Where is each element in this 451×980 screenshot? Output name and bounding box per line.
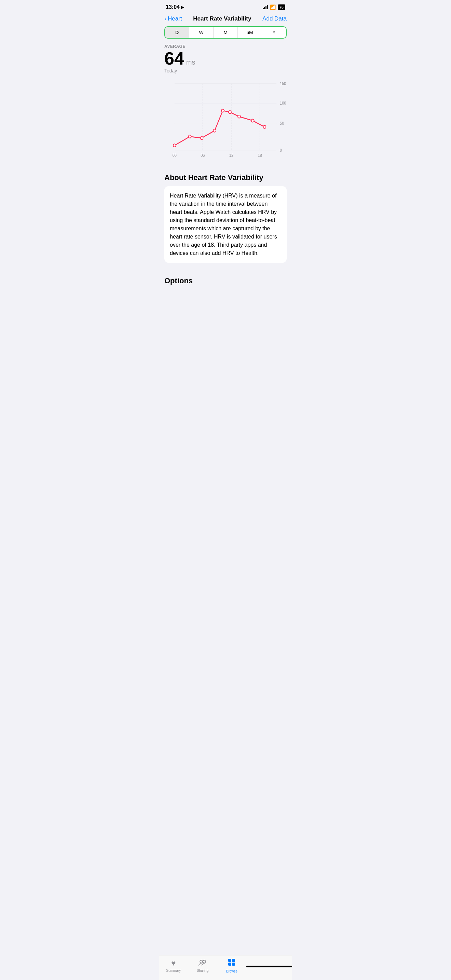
- svg-rect-0: [164, 76, 287, 165]
- svg-point-22: [238, 115, 241, 118]
- svg-point-21: [229, 111, 231, 114]
- time-range-week[interactable]: W: [189, 27, 214, 38]
- back-button[interactable]: ‹ Heart: [164, 15, 182, 22]
- add-data-button[interactable]: Add Data: [262, 15, 287, 22]
- status-icons: 📶 76: [263, 5, 285, 10]
- nav-header: ‹ Heart Heart Rate Variability Add Data: [159, 12, 292, 26]
- average-unit: ms: [186, 59, 195, 66]
- time-range-year[interactable]: Y: [262, 27, 286, 38]
- bottom-spacer: [159, 292, 292, 320]
- options-section: Options: [159, 268, 292, 292]
- chevron-left-icon: ‹: [164, 15, 167, 22]
- time-range-day[interactable]: D: [165, 27, 189, 38]
- back-label: Heart: [168, 15, 182, 22]
- svg-point-19: [213, 129, 216, 132]
- chart-section: AVERAGE 64 ms Today 150 100 50 0 00 06: [159, 44, 292, 165]
- svg-point-23: [251, 119, 254, 123]
- about-title: About Heart Rate Variability: [164, 173, 287, 182]
- svg-text:06: 06: [200, 153, 205, 158]
- about-card: Heart Rate Variability (HRV) is a measur…: [164, 186, 287, 263]
- average-number: 64: [164, 49, 184, 67]
- about-text: Heart Rate Variability (HRV) is a measur…: [170, 192, 281, 257]
- time-range-selector: D W M 6M Y: [164, 26, 287, 38]
- time-range-6month[interactable]: 6M: [238, 27, 262, 38]
- average-value: 64 ms: [164, 49, 287, 67]
- wifi-icon: 📶: [270, 5, 276, 10]
- battery-icon: 76: [278, 5, 285, 10]
- svg-text:18: 18: [257, 153, 262, 158]
- status-bar: 13:04 ▶ 📶 76: [159, 0, 292, 12]
- svg-text:50: 50: [280, 121, 284, 126]
- svg-text:00: 00: [173, 153, 177, 158]
- about-section: About Heart Rate Variability Heart Rate …: [159, 165, 292, 268]
- svg-text:0: 0: [280, 148, 282, 153]
- chart-wrapper: 150 100 50 0 00 06 12 18: [164, 76, 287, 165]
- svg-text:150: 150: [280, 82, 286, 86]
- time-range-container: D W M 6M Y: [159, 26, 292, 44]
- svg-text:100: 100: [280, 101, 286, 106]
- options-title: Options: [164, 277, 287, 285]
- status-time: 13:04: [166, 4, 180, 10]
- svg-point-24: [263, 126, 266, 129]
- hrv-chart: 150 100 50 0 00 06 12 18: [164, 76, 287, 165]
- svg-text:12: 12: [229, 153, 233, 158]
- signal-bars-icon: [263, 5, 268, 9]
- page-title: Heart Rate Variability: [193, 15, 251, 22]
- svg-point-20: [221, 109, 224, 112]
- svg-point-18: [200, 137, 203, 140]
- location-icon: ▶: [181, 5, 184, 10]
- svg-point-17: [189, 135, 191, 138]
- average-date: Today: [164, 68, 287, 73]
- svg-point-16: [173, 144, 176, 147]
- average-label: AVERAGE: [164, 44, 287, 49]
- time-range-month[interactable]: M: [214, 27, 238, 38]
